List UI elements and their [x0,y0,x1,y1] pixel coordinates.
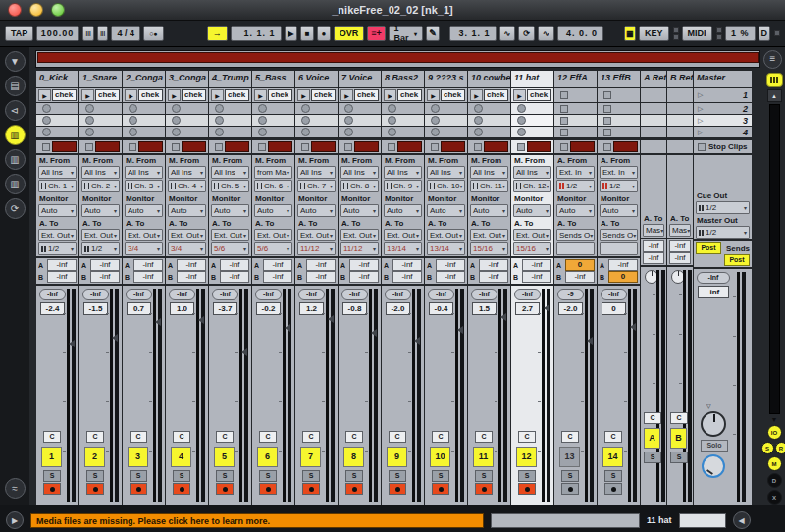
pan-center-button[interactable]: C [389,431,406,443]
arm-record-button[interactable] [518,483,536,495]
vertical-scrollbar[interactable] [769,104,780,414]
peak-level-display[interactable]: -Inf [39,289,66,300]
clip-slot[interactable] [511,115,553,126]
clip-slot[interactable]: ▶chek [425,88,467,102]
output-type-chooser[interactable]: Mas▾ [669,224,691,237]
file-browser-3-icon[interactable]: ▥ [5,174,26,194]
midi-map-button[interactable]: MIDI [682,26,712,41]
monitor-chooser[interactable]: Auto▾ [125,204,163,217]
send-b-amount[interactable]: -inf [90,271,120,283]
send-b-amount[interactable]: -inf [220,271,249,283]
track-header[interactable]: 8 Bass2 [382,71,424,87]
clip-slot[interactable] [339,103,381,114]
play-button[interactable]: ▶ [285,26,298,41]
clip-slot[interactable] [79,127,122,137]
peak-level-display[interactable]: -Inf [428,289,454,300]
crossfader-toggle[interactable]: X [767,490,782,505]
solo-button[interactable]: S [130,470,147,482]
track-activator-button[interactable]: B [670,428,687,449]
info-view-toggle-icon[interactable]: ≈ [5,478,26,499]
solo-button[interactable]: S [644,452,661,463]
clip-slot[interactable] [598,115,640,126]
clip-slot[interactable] [425,115,467,126]
volume-fader-slot[interactable] [369,289,372,502]
output-channel-chooser[interactable]: 1/2▾ [38,242,77,255]
loop-length-field[interactable]: 4. 0. 0 [557,26,603,41]
clip-stop-button[interactable] [258,143,266,151]
clip-stop-button[interactable] [85,143,93,151]
tempo-field[interactable]: 100.00 [36,26,79,41]
clip-slot[interactable] [123,103,165,114]
clip-slot[interactable] [209,103,251,114]
file-browser-2-icon[interactable]: ▥ [5,149,26,170]
output-type-chooser[interactable]: Ext. Out▾ [38,229,77,241]
solo-button[interactable]: S [604,470,622,482]
track-activator-button[interactable]: 6 [257,447,278,467]
arm-record-button[interactable] [604,483,622,495]
input-channel-chooser[interactable]: Ch. 7▾ [297,180,336,192]
output-type-chooser[interactable]: Sends O▾ [556,229,595,241]
clip-slot[interactable]: ▶chek [209,88,251,102]
output-channel-chooser[interactable]: 3/4▾ [125,242,163,255]
track-activator-button[interactable]: 2 [84,447,105,467]
pan-center-button[interactable]: C [561,431,579,443]
output-channel-chooser[interactable]: 5/6▾ [211,242,249,255]
clip-slot[interactable]: ▶chek [382,88,424,102]
clip-name[interactable]: chek [95,89,120,101]
clip-slot[interactable]: ▶chek [295,88,338,102]
peak-level-display[interactable]: -Inf [126,289,152,300]
clip-slot[interactable] [123,127,165,137]
solo-button[interactable]: S [432,470,449,482]
track-header[interactable]: 9 ???3 s [425,71,467,87]
output-channel-chooser[interactable] [600,242,638,255]
key-map-button[interactable]: KEY [639,26,669,41]
clip-slot[interactable]: ▶chek [166,88,208,102]
volume-field[interactable]: -1.5 [83,302,108,315]
clip-slot[interactable] [511,127,553,137]
clip-play-button[interactable]: ▶ [297,89,310,101]
clip-stop-button[interactable] [560,143,568,151]
output-channel-chooser[interactable] [556,242,595,255]
send-b-amount[interactable]: -inf [669,252,691,264]
pan-center-button[interactable]: C [43,431,61,443]
input-type-chooser[interactable]: All Ins▾ [340,166,379,179]
volume-field[interactable]: -2.0 [386,302,410,315]
clip-name[interactable]: chek [268,89,292,101]
clip-slot[interactable] [425,127,467,137]
clip-slot[interactable]: ▶chek [79,88,122,102]
track-header[interactable]: 6 Voice [295,71,338,87]
pan-center-button[interactable]: C [644,412,661,424]
send-b-amount[interactable]: -inf [643,252,664,264]
volume-fader-slot[interactable] [110,289,113,502]
track-header[interactable]: 12 EffA [554,71,597,87]
monitor-chooser[interactable]: Auto▾ [297,204,336,217]
arm-record-button[interactable] [43,483,61,495]
arm-record-button[interactable] [130,483,147,495]
clip-stop-button[interactable] [42,143,50,151]
input-type-chooser[interactable]: All Ins▾ [168,166,206,179]
volume-fader-handle[interactable] [69,340,75,347]
input-channel-chooser[interactable]: 1/2▾ [600,180,638,192]
mixer-toggle[interactable]: M [767,456,782,471]
volume-fader-slot[interactable] [542,289,545,502]
send-b-amount[interactable]: -inf [479,271,508,283]
peak-level-display[interactable]: -Inf [298,289,325,300]
input-channel-chooser[interactable]: Ch. 12▾ [513,180,551,192]
track-header[interactable]: 3_Conga [166,71,208,87]
clip-slot[interactable] [252,115,294,126]
stop-all-clips-row[interactable]: Stop Clips [694,140,752,153]
volume-fader-slot[interactable] [67,289,70,502]
input-channel-chooser[interactable]: 1/2▾ [556,180,595,192]
volume-fader-slot[interactable] [585,289,588,502]
peak-level-display[interactable]: -9 [557,289,584,300]
clip-stop-button[interactable] [129,143,136,151]
warning-message[interactable]: Media files are missing. Please click he… [30,513,484,528]
clip-play-button[interactable]: ▶ [38,89,51,101]
track-activator-button[interactable]: 12 [516,447,537,467]
output-channel-chooser[interactable]: 13/14▾ [427,242,465,255]
volume-field[interactable]: 1.0 [170,302,194,315]
input-channel-chooser[interactable]: Ch. 4▾ [168,180,206,192]
peak-level-display[interactable]: -Inf [169,289,195,300]
pan-center-button[interactable]: C [475,431,493,443]
monitor-chooser[interactable]: Auto▾ [427,204,465,217]
